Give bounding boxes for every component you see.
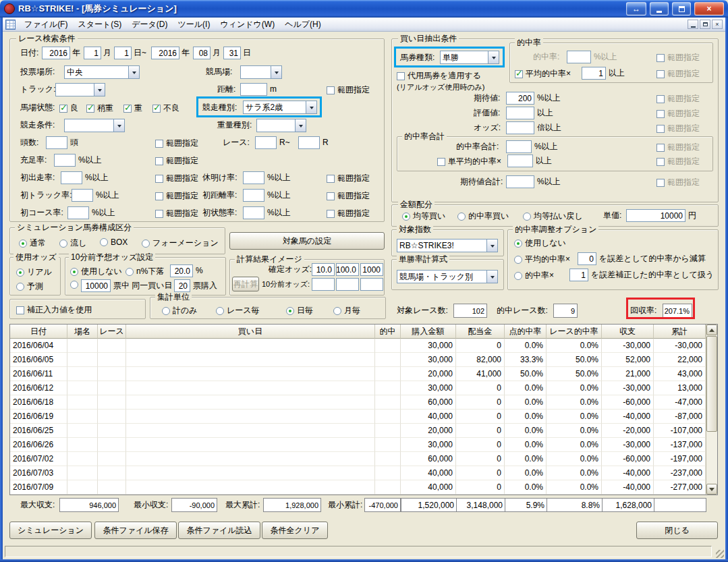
column-header[interactable]: 買い目 [126,325,375,339]
target-horse-settings-button[interactable]: 対象馬の設定 [229,232,385,250]
target-index-combo[interactable]: RB☆STRIKE3! [397,239,498,252]
agg-total-only-radio[interactable]: 計のみ [162,305,198,316]
table-row[interactable]: 2016/07/0260,00000.0%0.0%-60,000-197,000 [10,452,706,466]
race-cond-combo[interactable] [64,119,125,132]
mdi-close-button[interactable]: × [712,20,723,29]
table-row[interactable]: 2016/06/0430,00000.0%0.0%-30,000-30,000 [10,339,706,353]
equal-refund-radio[interactable]: 均等払い戻し [523,210,583,222]
mdi-minimize-button[interactable] [688,20,698,29]
formation-radio[interactable]: フォーメーション [142,237,219,249]
correction-checkbox[interactable]: 補正入力値を使用 [16,304,92,316]
race-no-from-input[interactable] [255,136,277,149]
column-header[interactable]: レース [98,325,126,339]
odds-range-checkbox[interactable]: 範囲指定 [656,123,700,134]
table-row[interactable]: 2016/06/2520,00000.0%0.0%-20,000-107,000 [10,424,706,438]
menu-item-data[interactable]: データ(D) [127,18,172,32]
course-combo[interactable] [240,65,282,79]
hit-total-range-checkbox[interactable]: 範囲指定 [656,142,700,153]
table-row[interactable]: 2016/07/0340,00000.0%0.0%-40,000-237,000 [10,466,706,480]
pre-odds-input-3[interactable] [360,278,383,291]
real-odds-radio[interactable]: リアル [16,266,52,278]
column-header[interactable]: 累計 [654,325,706,339]
normal-radio[interactable]: 通常 [19,237,46,249]
date-from-day-input[interactable]: 1 [114,47,132,59]
hit-rate-input[interactable] [567,51,591,63]
exp-total-range-checkbox[interactable]: 範囲指定 [656,177,700,188]
win-formula-combo[interactable]: 競馬場・トラック別 [397,270,498,283]
adjust-hit-radio[interactable]: 的中率× [514,270,554,281]
agg-per-day-radio[interactable]: 日毎 [286,305,313,316]
place-combo[interactable]: 中央 [64,65,140,79]
heads-input[interactable] [46,136,67,149]
adjust-hit-input[interactable]: 1 [569,269,588,281]
evaluation-range-checkbox[interactable]: 範囲指定 [656,108,700,119]
table-row[interactable]: 2016/06/1940,00000.0%0.0%-40,000-87,000 [10,410,706,424]
column-header[interactable]: 購入金額 [401,325,456,339]
resize-grip-icon[interactable] [716,550,724,558]
menu-item-help[interactable]: ヘルプ(H) [280,18,326,32]
hit-rate-buy-radio[interactable]: 的中率買い [457,210,509,222]
column-header[interactable]: 日付 [10,325,67,339]
evaluation-input[interactable] [506,107,534,119]
maximize-button[interactable] [672,2,691,16]
first-run-input[interactable] [61,171,82,184]
mdi-restore-button[interactable] [700,20,710,29]
date-to-year-input[interactable]: 2016 [151,47,179,59]
date-from-month-input[interactable]: 1 [84,47,101,59]
exp-total-input[interactable] [506,175,534,188]
date-from-year-input[interactable]: 2016 [42,47,70,59]
date-to-month-input[interactable]: 08 [193,47,211,59]
first-cond-range-checkbox[interactable]: 範囲指定 [327,208,370,219]
single-avg-checkbox[interactable]: 単平均的中率× [437,156,501,167]
minimize-button[interactable] [650,2,669,16]
expectation-input[interactable]: 200 [506,92,534,105]
adjust-avg-input[interactable]: 0 [578,252,596,265]
ticket-type-combo[interactable]: 単勝 [440,51,499,64]
single-avg-input[interactable] [507,154,533,167]
cond-good-checkbox[interactable]: 良 [59,103,78,114]
avg-hit-range-checkbox[interactable]: 範囲指定 [656,68,700,80]
first-dist-range-checkbox[interactable]: 範囲指定 [327,190,370,202]
race-no-to-input[interactable] [298,136,320,149]
equal-buy-radio[interactable]: 均等買い [402,210,445,222]
pre-odds-drop-radio[interactable]: n%下落 [125,266,164,277]
column-header[interactable]: 収支 [602,325,654,339]
cond-omo-checkbox[interactable]: 重 [123,103,142,114]
simulation-button[interactable]: シミュレーション [9,522,92,539]
track-combo[interactable] [55,83,105,96]
menu-item-file[interactable]: ファイル(F) [20,18,72,32]
box-radio[interactable]: BOX [100,237,128,247]
predict-odds-radio[interactable]: 予測 [16,281,43,292]
distance-range-checkbox[interactable]: 範囲指定 [327,84,370,96]
first-dist-input[interactable] [243,189,264,202]
avg-hit-rate-checkbox[interactable]: 平均的中率× [515,68,571,80]
agg-per-race-radio[interactable]: レース毎 [216,305,260,316]
fixed-odds-input-3[interactable]: 1000 [360,263,383,276]
column-header[interactable]: 配当金 [456,325,505,339]
first-run-range-checkbox[interactable]: 範囲指定 [155,173,198,184]
table-row[interactable]: 2016/06/0530,00082,00033.3%50.0%52,00022… [10,353,706,367]
table-row[interactable]: 2016/06/1230,00000.0%0.0%-30,00013,000 [10,381,706,395]
menu-item-start[interactable]: スタート(S) [73,18,126,32]
fill-rate-range-checkbox[interactable]: 範囲指定 [155,155,198,167]
adjust-not-use-radio[interactable]: 使用しない [514,237,566,249]
first-course-range-checkbox[interactable]: 範囲指定 [155,208,198,219]
column-header[interactable]: レース的中率 [547,325,602,339]
load-condition-file-button[interactable]: 条件ファイル読込 [178,522,260,539]
adjust-avg-radio[interactable]: 平均的中率× [514,254,570,265]
save-condition-file-button[interactable]: 条件ファイル保存 [94,522,177,539]
first-course-input[interactable] [67,206,89,219]
drop-pct-input[interactable]: 20.0 [170,264,193,277]
column-header[interactable]: 場名 [67,325,98,339]
race-type-combo[interactable]: サラ系2歳 [243,101,317,114]
cond-bad-checkbox[interactable]: 不良 [152,103,179,114]
hit-rate-range-checkbox[interactable]: 範囲指定 [656,52,700,63]
first-track-input[interactable] [72,189,93,202]
scrollbar-thumb[interactable] [706,336,717,432]
rest-rate-range-checkbox[interactable]: 範囲指定 [327,173,370,184]
rest-rate-input[interactable] [243,171,264,184]
scroll-down-button[interactable] [706,484,717,495]
vertical-scrollbar[interactable] [706,325,717,495]
votes-buy-input[interactable]: 20 [174,279,190,292]
heads-range-checkbox[interactable]: 範囲指定 [155,138,198,149]
